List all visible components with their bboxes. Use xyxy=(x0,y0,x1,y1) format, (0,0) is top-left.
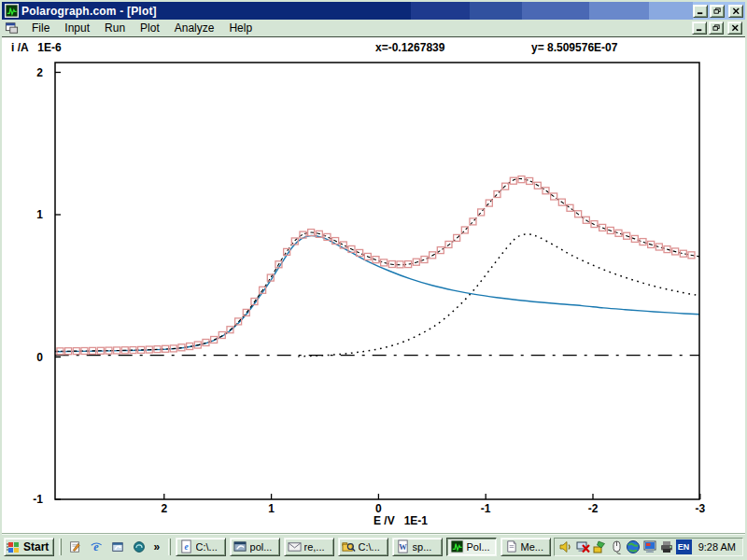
language-indicator[interactable]: EN xyxy=(676,539,692,554)
taskbar-grip[interactable] xyxy=(168,539,171,555)
menu-bar: FileInputRunPlotAnalyzeHelp xyxy=(2,20,745,37)
polarograph-icon xyxy=(450,539,464,553)
mail-icon xyxy=(288,539,302,553)
y-tick-label: 1 xyxy=(36,208,43,221)
menu-item[interactable]: Input xyxy=(57,20,97,36)
child-window-controls xyxy=(692,21,742,35)
plot-canvas[interactable]: 210-1-2-3210-1 xyxy=(4,38,747,539)
scheduler-icon[interactable] xyxy=(592,539,607,554)
volume-icon[interactable] xyxy=(558,539,573,554)
word-document-icon: W xyxy=(396,539,410,553)
app-window-icon xyxy=(233,539,247,553)
taskbar-window-button[interactable]: C:\... xyxy=(338,538,388,556)
polarograph-app-icon xyxy=(5,4,19,18)
x-tick-label: -3 xyxy=(695,502,705,515)
window-title: Polarograph.com - [Plot] xyxy=(21,5,157,18)
x-tick-label: 0 xyxy=(375,502,382,515)
plot-series-group xyxy=(55,176,700,357)
mouse-icon[interactable] xyxy=(609,539,624,554)
printer-icon[interactable] xyxy=(659,539,674,554)
y-tick-label: -1 xyxy=(33,493,43,506)
plot-border xyxy=(55,63,699,499)
menu-item[interactable]: File xyxy=(24,20,57,36)
restore-button[interactable] xyxy=(710,5,725,18)
x-tick-label: -1 xyxy=(481,502,491,515)
taskbar-window-buttons: e C:\... pol... re,... C:\... xyxy=(176,538,551,556)
x-tick-label: -2 xyxy=(588,502,599,515)
application-window: Polarograph.com - [Plot] FileInputRunPlo… xyxy=(0,0,747,560)
series-0 xyxy=(55,178,700,351)
child-close-button[interactable] xyxy=(727,21,742,35)
notepad-icon xyxy=(504,539,518,553)
series-1 xyxy=(55,236,700,352)
taskbar-button-label: re,... xyxy=(304,541,325,553)
svg-text:e: e xyxy=(184,542,188,552)
taskbar-button-label: Me... xyxy=(521,541,543,553)
start-button-label: Start xyxy=(23,540,49,553)
y-tick-label: 2 xyxy=(36,66,43,79)
channels-icon[interactable] xyxy=(66,539,83,555)
menu-item[interactable]: Analyze xyxy=(167,20,222,36)
menu-item[interactable]: Run xyxy=(97,20,133,36)
taskbar-window-button[interactable]: pol... xyxy=(230,538,280,556)
taskbar-button-label: Pol... xyxy=(467,541,490,553)
quick-launch-overflow-chevron[interactable]: » xyxy=(150,539,162,555)
x-axis-title: E /V 1E-1 xyxy=(374,514,428,527)
x-tick-label: 2 xyxy=(161,502,167,515)
taskbar-button-label: sp... xyxy=(413,541,432,553)
taskbar-window-button[interactable]: re,... xyxy=(284,538,334,556)
taskbar-button-label: C:\... xyxy=(359,541,380,553)
child-minimize-button[interactable] xyxy=(692,21,707,35)
search-folder-icon xyxy=(342,539,356,553)
taskbar-button-label: pol... xyxy=(250,541,273,553)
x-tick-label: 1 xyxy=(268,502,275,515)
quick-launch-bar: e xyxy=(66,539,148,555)
minimize-button[interactable] xyxy=(693,5,708,18)
title-bar: Polarograph.com - [Plot] xyxy=(2,2,745,20)
taskbar-clock: 9:28 AM xyxy=(698,541,739,553)
menu-item[interactable]: Plot xyxy=(133,20,167,36)
taskbar-button-label: C:\... xyxy=(196,541,218,553)
taskbar-window-button[interactable]: e C:\... xyxy=(176,538,226,556)
quick-view-icon[interactable] xyxy=(131,539,148,555)
taskbar-window-button[interactable]: Pol... xyxy=(446,538,497,556)
child-restore-button[interactable] xyxy=(709,21,724,35)
child-window-system-icon[interactable] xyxy=(5,21,19,35)
svg-text:W: W xyxy=(399,542,407,552)
display-settings-icon[interactable] xyxy=(642,539,657,554)
internet-explorer-icon[interactable]: e xyxy=(88,539,105,555)
close-button[interactable] xyxy=(728,5,743,18)
window-controls xyxy=(693,5,743,18)
menu-items: FileInputRunPlotAnalyzeHelp xyxy=(24,20,260,36)
internet-globe-icon[interactable] xyxy=(626,539,641,554)
tray-icons xyxy=(558,539,674,554)
taskbar-window-button[interactable]: Me... xyxy=(500,538,551,556)
desktop-window-icon[interactable] xyxy=(109,539,126,555)
menu-item[interactable]: Help xyxy=(221,20,260,36)
system-tray: EN 9:28 AM xyxy=(554,538,743,556)
taskbar-window-button[interactable]: W sp... xyxy=(392,538,443,556)
y-tick-label: 0 xyxy=(36,351,43,364)
taskbar: Start e » e C:\... pol... r xyxy=(2,535,745,558)
taskbar-grip[interactable] xyxy=(59,539,62,555)
windows-logo-icon xyxy=(7,539,21,554)
network-offline-icon[interactable] xyxy=(575,539,590,554)
start-button[interactable]: Start xyxy=(4,538,54,556)
ie-document-icon: e xyxy=(179,539,193,553)
